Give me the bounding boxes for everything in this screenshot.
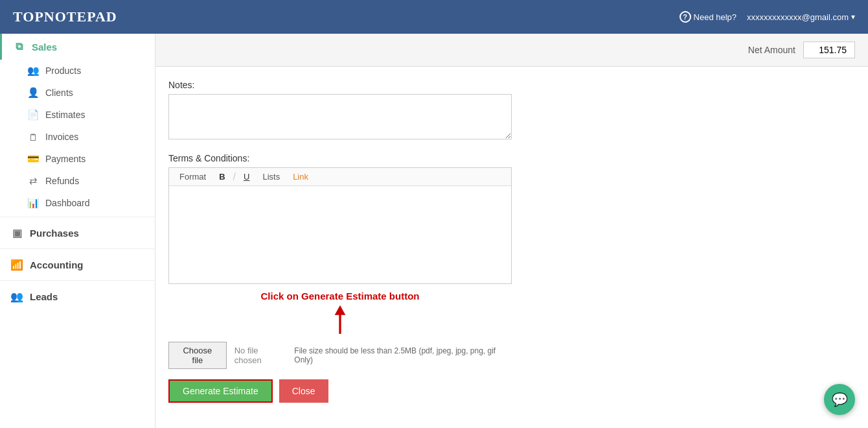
layers-icon: ⧉: [12, 40, 25, 53]
divider-3: [0, 280, 155, 281]
sidebar-section-purchases-label: Purchases: [30, 228, 79, 239]
close-button[interactable]: Close: [279, 379, 328, 403]
sidebar-item-clients[interactable]: 👤 Clients: [0, 82, 155, 104]
sidebar-label-clients: Clients: [45, 88, 73, 98]
arrow-up: [168, 304, 512, 337]
sidebar-item-estimates[interactable]: 📄 Estimates: [0, 104, 155, 126]
sidebar-section-purchases-title[interactable]: ▣ Purchases: [0, 220, 155, 246]
sidebar-item-payments[interactable]: 💳 Payments: [0, 148, 155, 170]
separator-1: /: [233, 171, 236, 183]
main-layout: ⧉ Sales 👥 Products 👤 Clients 📄 Estimates…: [0, 34, 868, 428]
annotation-area: Click on Generate Estimate button Choose…: [168, 291, 512, 403]
generate-estimate-button[interactable]: Generate Estimate: [168, 379, 273, 403]
net-amount-bar: Net Amount 151.75: [155, 34, 868, 67]
net-amount-value: 151.75: [803, 42, 855, 58]
sidebar-section-accounting-title[interactable]: 📶 Accounting: [0, 252, 155, 278]
format-button[interactable]: Format: [174, 171, 211, 183]
chat-bubble[interactable]: 💬: [824, 384, 855, 415]
terms-label: Terms & Conditions:: [168, 153, 855, 163]
file-size-info: File size should be less than 2.5MB (pdf…: [294, 346, 512, 364]
person-icon: 👤: [27, 87, 39, 99]
bold-button[interactable]: B: [214, 171, 230, 183]
sidebar-item-invoices[interactable]: 🗒 Invoices: [0, 126, 155, 148]
divider-2: [0, 248, 155, 249]
arrow-icon: [330, 304, 350, 337]
logo: TopNotepad: [13, 8, 117, 25]
net-amount-label: Net Amount: [748, 45, 795, 55]
terms-editor: Format B / U Lists Link: [168, 167, 512, 284]
sidebar-label-refunds: Refunds: [45, 176, 79, 186]
terms-toolbar: Format B / U Lists Link: [169, 168, 511, 186]
help-icon: ?: [680, 11, 691, 23]
sidebar-section-sales-label: Sales: [32, 42, 57, 53]
sidebar-section-accounting-label: Accounting: [30, 259, 84, 270]
people-icon: 👥: [27, 65, 39, 77]
terms-body[interactable]: [169, 186, 511, 283]
annotation-text: Click on Generate Estimate button: [168, 291, 512, 302]
doc-icon: 🗒: [27, 131, 39, 143]
main-content: Net Amount 151.75 Notes: Terms & Conditi…: [155, 34, 868, 428]
no-file-chosen-label: No file chosen: [234, 346, 287, 365]
divider-1: [0, 217, 155, 217]
svg-marker-1: [335, 305, 346, 315]
file-icon: 📄: [27, 109, 39, 121]
refund-icon: ⇄: [27, 175, 39, 187]
link-button[interactable]: Link: [288, 171, 314, 183]
sidebar-section-accounting: 📶 Accounting: [0, 252, 155, 278]
purchases-icon: ▣: [10, 226, 23, 239]
content-area: Notes: Terms & Conditions: Format B / U …: [155, 67, 868, 416]
top-header: TopNotepad ? Need help? xxxxxxxxxxxxx@gm…: [0, 0, 868, 34]
lists-button[interactable]: Lists: [257, 171, 285, 183]
sidebar-item-dashboard[interactable]: 📊 Dashboard: [0, 192, 155, 214]
choose-file-button[interactable]: Choose file: [168, 342, 227, 369]
sidebar-label-payments: Payments: [45, 154, 86, 164]
card-icon: 💳: [27, 153, 39, 165]
leads-icon: 👥: [10, 290, 23, 303]
notes-textarea[interactable]: [168, 94, 512, 139]
need-help-label: Need help?: [694, 12, 737, 22]
sidebar-section-leads: 👥 Leads: [0, 283, 155, 309]
notes-label: Notes:: [168, 80, 855, 90]
sidebar-item-refunds[interactable]: ⇄ Refunds: [0, 170, 155, 192]
sidebar-section-purchases: ▣ Purchases: [0, 220, 155, 246]
underline-button[interactable]: U: [238, 171, 255, 183]
header-right: ? Need help? xxxxxxxxxxxxx@gmail.com: [680, 11, 855, 23]
user-email-text: xxxxxxxxxxxxx@gmail.com: [747, 12, 849, 22]
accounting-icon: 📶: [10, 258, 23, 271]
sidebar-item-products[interactable]: 👥 Products: [0, 60, 155, 82]
user-email-dropdown[interactable]: xxxxxxxxxxxxx@gmail.com: [747, 12, 855, 22]
sidebar-section-sales-title[interactable]: ⧉ Sales: [0, 34, 155, 60]
sidebar-label-products: Products: [45, 65, 81, 76]
file-upload-row: Choose file No file chosen File size sho…: [168, 342, 512, 369]
sidebar-label-dashboard: Dashboard: [45, 198, 90, 208]
action-buttons: Generate Estimate Close: [168, 379, 512, 403]
sidebar-section-leads-title[interactable]: 👥 Leads: [0, 283, 155, 309]
sidebar-label-invoices: Invoices: [45, 132, 78, 142]
sidebar-section-leads-label: Leads: [30, 291, 58, 302]
sidebar-section-sales: ⧉ Sales 👥 Products 👤 Clients 📄 Estimates…: [0, 34, 155, 214]
need-help[interactable]: ? Need help?: [680, 11, 737, 23]
chat-icon: 💬: [832, 392, 848, 407]
sidebar-label-estimates: Estimates: [45, 110, 85, 120]
chart-icon: 📊: [27, 197, 39, 209]
sidebar: ⧉ Sales 👥 Products 👤 Clients 📄 Estimates…: [0, 34, 155, 428]
